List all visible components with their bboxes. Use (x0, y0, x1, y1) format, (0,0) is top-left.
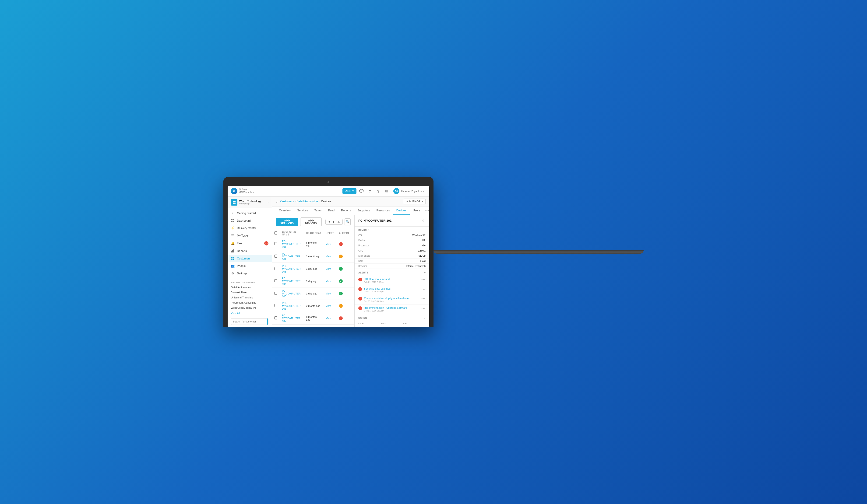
sidebar-item-delivery-center[interactable]: ⚡ Delivery Center (228, 224, 272, 232)
workgroup-expand-icon: › (268, 201, 268, 204)
alert-title[interactable]: Recommendation - Upgrade Software (364, 306, 419, 309)
recent-customer-paramount[interactable]: Paramount Consulting (228, 300, 272, 305)
computer-name-link[interactable]: PC-MYCOMPUTER-101 (282, 240, 301, 248)
recent-customer-universal[interactable]: Universal Trans Inc (228, 295, 272, 300)
manage-button[interactable]: ⚙ MANAGE ▾ (403, 199, 426, 205)
home-icon[interactable]: ⌂ (276, 200, 278, 203)
sidebar-item-dashboard[interactable]: Dashboard (228, 217, 272, 224)
tab-users[interactable]: Users (410, 207, 424, 215)
row-actions-button[interactable]: ••• (354, 254, 355, 259)
close-detail-button[interactable]: ✕ (420, 218, 426, 223)
search-input[interactable] (231, 319, 267, 324)
alert-actions-button[interactable]: ••• (421, 287, 426, 291)
svg-rect-16 (231, 259, 233, 260)
computer-name-link[interactable]: PC-MYCOMPUTER-107 (282, 314, 301, 322)
row-checkbox[interactable] (274, 267, 277, 270)
table-row: PC-MYCOMPUTER-104 1 day ago View ✓ ••• (272, 275, 354, 287)
computer-name-link[interactable]: PC-MYCOMPUTER-104 (282, 277, 301, 285)
computer-name-link[interactable]: PC-MYCOMPUTER-103 (282, 265, 301, 273)
add-services-button[interactable]: ADD SERVICES (276, 218, 298, 226)
users-view-link[interactable]: View (326, 243, 331, 245)
help-button[interactable]: ? (366, 188, 373, 195)
users-view-link[interactable]: View (326, 317, 331, 320)
add-button[interactable]: ADD ▾ (342, 188, 356, 194)
breadcrumb-detail-auto[interactable]: Detail Automotive (297, 200, 318, 203)
select-all-checkbox[interactable] (274, 231, 277, 234)
alert-item: ! Recommendation - Upgrade Software Dec … (355, 305, 429, 314)
alert-title[interactable]: 334 Hearbeats missed (364, 278, 419, 281)
tab-endpoints[interactable]: Endpoints (354, 207, 373, 215)
row-checkbox[interactable] (274, 254, 277, 258)
sidebar-item-people[interactable]: 👥 People (228, 262, 272, 270)
alerts-collapse-icon[interactable]: ▾ (424, 271, 426, 274)
row-actions-button[interactable]: ••• (354, 266, 355, 271)
users-view-link[interactable]: View (326, 255, 331, 258)
sidebar-item-settings[interactable]: ⚙ Settings (228, 270, 272, 277)
computer-name-link[interactable]: PC-MYCOMPUTER-106 (282, 302, 301, 310)
apps-button[interactable]: ⊞ (383, 188, 390, 195)
users-view-link[interactable]: View (326, 267, 331, 270)
recent-customer-west-cost[interactable]: West Cost Medical Inc (228, 305, 272, 310)
add-devices-button[interactable]: ADD DEVICES (300, 218, 322, 226)
row-actions-button[interactable]: ••• (354, 316, 355, 321)
tab-feed[interactable]: Feed (325, 207, 338, 215)
cpu-value: 2.3Mhz (418, 250, 426, 252)
tab-overview[interactable]: Overview (276, 207, 294, 215)
user-avatar: TS (393, 188, 399, 194)
row-actions-button[interactable]: ••• (354, 304, 355, 308)
tab-tasks[interactable]: Tasks (311, 207, 325, 215)
users-view-link[interactable]: View (326, 305, 331, 307)
alert-status-icon: ! (358, 287, 362, 291)
filter-button[interactable]: ▼ FILTER (325, 219, 343, 225)
tab-resources[interactable]: Resources (373, 207, 393, 215)
row-checkbox[interactable] (274, 316, 277, 319)
sidebar-item-my-tasks[interactable]: My Tasks (228, 232, 272, 239)
view-all-link[interactable]: View All (228, 310, 272, 316)
row-actions-button[interactable]: ••• (354, 242, 355, 246)
row-checkbox[interactable] (274, 304, 277, 307)
messages-button[interactable]: 💬 (358, 188, 365, 195)
billing-button[interactable]: $ (375, 188, 382, 195)
row-checkbox[interactable] (274, 292, 277, 295)
tab-services[interactable]: Services (294, 207, 311, 215)
computer-name-link[interactable]: PC-MYCOMPUTER-108 (282, 327, 301, 327)
alert-title[interactable]: Sensitive data scanned (364, 287, 419, 290)
user-menu[interactable]: TS Thomas Reynolds ▾ (392, 187, 426, 195)
users-view-link[interactable]: View (326, 280, 331, 283)
sidebar-item-customers[interactable]: Customers (228, 255, 272, 262)
users-view-link[interactable]: View (326, 292, 331, 295)
computer-name-link[interactable]: PC-MYCOMPUTER-102 (282, 252, 301, 261)
svg-rect-11 (231, 251, 232, 252)
row-actions-button[interactable]: ••• (354, 291, 355, 296)
topbar-actions: ADD ▾ 💬 ? $ ⊞ TS Thomas Reynolds ▾ (342, 187, 426, 195)
sidebar-item-getting-started[interactable]: ✦ Getting Started (228, 209, 272, 217)
sidebar-item-reports[interactable]: Reports (228, 247, 272, 255)
table-search-button[interactable]: 🔍 (344, 218, 351, 226)
alert-title[interactable]: Recommendation - Updgrade Hardware (364, 297, 419, 299)
row-checkbox[interactable] (274, 242, 277, 245)
search-button[interactable]: 🔍 (267, 318, 268, 325)
recent-customer-bionext[interactable]: BioNext Pharm (228, 290, 272, 295)
tab-devices[interactable]: Devices (393, 207, 410, 215)
breadcrumb-customers[interactable]: Customers (280, 200, 294, 203)
svg-rect-13 (233, 250, 234, 252)
recent-customer-detail-auto[interactable]: Detail Automotive (228, 285, 272, 290)
computer-name-link[interactable]: PC-MYCOMPUTER-105 (282, 289, 301, 298)
workgroup-section[interactable]: Wired Technology Workgroup › (228, 197, 272, 208)
devices-table-container: COMPUTER NAME HEARTBEAT USERS ALERTS (272, 229, 354, 327)
tab-reports[interactable]: Reports (338, 207, 354, 215)
users-collapse-icon[interactable]: ▾ (424, 317, 426, 320)
first-col-header: First (381, 322, 403, 325)
row-actions-button[interactable]: ••• (354, 279, 355, 284)
col-heartbeat: HEARTBEAT (304, 229, 323, 238)
col-alerts: ALERTS (336, 229, 351, 238)
svg-rect-7 (233, 221, 234, 222)
delivery-center-icon: ⚡ (231, 226, 235, 230)
row-checkbox[interactable] (274, 279, 277, 282)
alert-actions-button[interactable]: ••• (421, 297, 426, 300)
alert-content: Recommendation - Updgrade Hardware Oct 2… (364, 297, 419, 303)
sidebar-item-feed[interactable]: 🔔 Feed 23 (228, 239, 272, 247)
alert-actions-button[interactable]: ••• (421, 306, 426, 310)
more-tabs-button[interactable]: ••• (424, 207, 429, 215)
alert-actions-button[interactable]: ••• (421, 278, 426, 282)
